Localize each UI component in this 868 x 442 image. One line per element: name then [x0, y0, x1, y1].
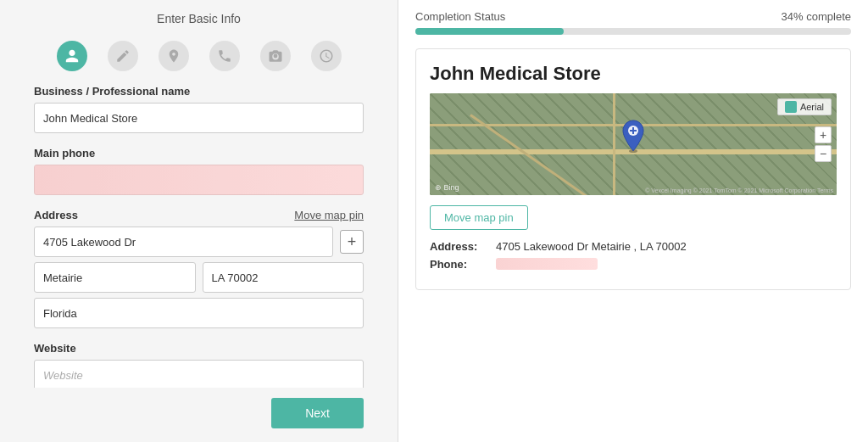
- location-icon: [166, 48, 181, 64]
- step-icons: [0, 34, 398, 85]
- phone-value-blurred: [496, 258, 598, 270]
- zoom-out-button[interactable]: −: [815, 145, 832, 162]
- next-button[interactable]: Next: [271, 398, 364, 428]
- website-group: Website: [34, 342, 364, 388]
- step-icon-4[interactable]: [209, 41, 240, 71]
- step-icon-2[interactable]: [108, 41, 138, 71]
- phone-icon: [217, 48, 232, 64]
- map-background: Aerial + − ⊕ Bing © Vexcel Imaging © 202…: [430, 93, 837, 195]
- address-detail-row: Address: 4705 Lakewood Dr Metairie , LA …: [430, 240, 837, 253]
- add-address-line-button[interactable]: +: [340, 230, 364, 254]
- step-icon-1[interactable]: [57, 41, 87, 71]
- state-zip-input[interactable]: [203, 262, 364, 293]
- business-name-label: Business / Professional name: [34, 85, 364, 98]
- panel-header: Enter Basic Info: [0, 0, 398, 34]
- preview-title: John Medical Store: [430, 63, 837, 85]
- clock-icon: [319, 48, 334, 64]
- preview-card: John Medical Store: [415, 48, 851, 290]
- address-label: Address: [34, 209, 78, 221]
- address-line1-input[interactable]: [34, 227, 333, 257]
- progress-bar-fill: [415, 28, 564, 35]
- map-container: Aerial + − ⊕ Bing © Vexcel Imaging © 202…: [430, 93, 837, 195]
- map-road-v1: [613, 93, 615, 195]
- phone-input-blurred[interactable]: [34, 165, 364, 195]
- move-map-link[interactable]: Move map pin: [294, 209, 364, 221]
- address-key: Address:: [430, 240, 489, 253]
- camera-icon: [268, 48, 283, 64]
- phone-key: Phone:: [430, 258, 489, 271]
- completion-label: Completion Status: [415, 10, 505, 23]
- right-panel: Completion Status 34% complete John Medi…: [398, 0, 868, 442]
- map-pin: [620, 119, 647, 151]
- step-icon-6[interactable]: [311, 41, 342, 71]
- aerial-icon: [785, 101, 797, 113]
- completion-header: Completion Status 34% complete: [415, 10, 851, 23]
- address-group: Address Move map pin +: [34, 209, 364, 328]
- address-line1-row: +: [34, 227, 364, 257]
- main-phone-group: Main phone: [34, 147, 364, 195]
- website-label: Website: [34, 342, 364, 355]
- map-copyright: © Vexcel Imaging © 2021 TomTom © 2021 Mi…: [645, 187, 833, 193]
- panel-title: Enter Basic Info: [157, 12, 241, 25]
- map-aerial-badge: Aerial: [777, 98, 832, 115]
- business-name-input[interactable]: [34, 103, 364, 133]
- person-icon: [64, 48, 80, 64]
- phone-detail-row: Phone:: [430, 258, 837, 271]
- website-input[interactable]: [34, 360, 364, 388]
- progress-bar-container: [415, 28, 851, 35]
- form-body: Business / Professional name Main phone …: [0, 85, 398, 388]
- aerial-label: Aerial: [800, 102, 824, 112]
- left-panel: Enter Basic Info: [0, 0, 398, 442]
- move-map-pin-button[interactable]: Move map pin: [430, 205, 528, 230]
- main-phone-label: Main phone: [34, 147, 364, 159]
- bing-logo: ⊕ Bing: [435, 183, 459, 192]
- step-icon-5[interactable]: [260, 41, 291, 71]
- city-state-row: [34, 262, 364, 293]
- completion-percent: 34% complete: [782, 10, 851, 23]
- business-name-group: Business / Professional name: [34, 85, 364, 133]
- zoom-in-button[interactable]: +: [815, 126, 832, 143]
- city-input[interactable]: [34, 262, 196, 293]
- map-zoom-controls: + −: [815, 126, 832, 162]
- country-input[interactable]: [34, 298, 364, 328]
- pencil-icon: [115, 48, 131, 64]
- preview-details: Address: 4705 Lakewood Dr Metairie , LA …: [430, 240, 837, 271]
- address-value: 4705 Lakewood Dr Metairie , LA 70002: [496, 240, 687, 253]
- step-icon-3[interactable]: [159, 41, 189, 71]
